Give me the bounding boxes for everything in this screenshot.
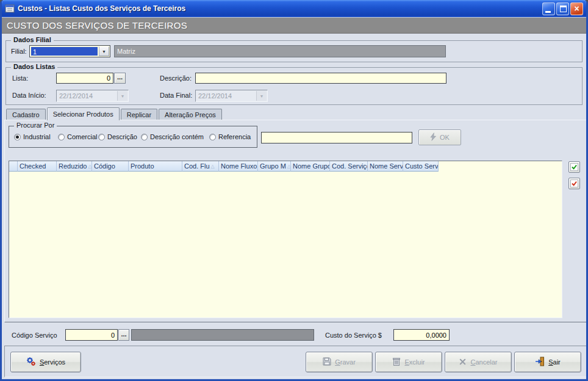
tab-selecionar-produtos[interactable]: Selecionar Produtos xyxy=(47,107,120,120)
servicos-button[interactable]: Serviços xyxy=(10,352,81,372)
column-label: Nome Serviç xyxy=(370,162,403,170)
check-all-button[interactable] xyxy=(568,161,580,173)
column-header-nome-grupo[interactable]: Nome Grupo xyxy=(291,161,330,172)
radio-icon xyxy=(58,134,65,140)
column-header-reduzido[interactable]: Reduzido△ xyxy=(57,161,92,172)
uncheck-all-icon xyxy=(570,180,578,187)
column-header-checked[interactable]: Checked xyxy=(18,161,57,172)
sort-icon: △ xyxy=(211,164,215,169)
column-header-nome-fluxo[interactable]: Nome Fluxo xyxy=(219,161,258,172)
filial-combo-dropdown-button[interactable]: ▼ xyxy=(99,46,109,56)
column-header-cod-fluxo[interactable]: Cod. Flu△ xyxy=(182,161,219,172)
filial-combobox[interactable]: 1 ▼ xyxy=(29,45,110,57)
lista-browse-button[interactable]: ... xyxy=(114,73,126,84)
radio-industrial[interactable]: Industrial xyxy=(14,133,51,140)
maximize-button[interactable] xyxy=(556,2,569,15)
column-label: Produto xyxy=(131,162,154,170)
filial-selected-value: 1 xyxy=(31,47,98,56)
custo-servico-label: Custo do Serviço $ xyxy=(325,332,382,339)
search-input[interactable] xyxy=(261,132,412,143)
tab-label: Alteração Preços xyxy=(165,111,216,118)
lightning-icon xyxy=(430,132,437,142)
radio-label: Descrição xyxy=(107,133,137,140)
column-header-produto[interactable]: Produto xyxy=(129,161,182,172)
uncheck-all-button[interactable] xyxy=(568,178,580,189)
app-window: Custos - Listas Custo dos Serviços de Te… xyxy=(0,0,588,381)
codigo-servico-label: Código Serviço xyxy=(12,332,57,339)
radio-label: Referencia xyxy=(218,133,251,140)
filial-label: Filial: xyxy=(11,48,27,55)
column-label: Cod. Flu xyxy=(184,162,210,170)
grid-body xyxy=(9,172,562,318)
close-icon: × xyxy=(571,3,583,15)
column-header-cod-servico[interactable]: Cod. Serviço xyxy=(330,161,368,172)
data-final-dropdown-button: ▼ xyxy=(256,91,267,101)
grid-corner-cell xyxy=(9,161,18,172)
group-dados-filial-legend: Dados Filial xyxy=(11,36,54,43)
close-button[interactable]: × xyxy=(570,2,583,15)
column-header-nome-servico[interactable]: Nome Serviç xyxy=(368,161,403,172)
chevron-down-icon: ▼ xyxy=(121,94,125,98)
radio-referencia[interactable]: Referencia xyxy=(209,133,251,140)
descricao-label: Descrição: xyxy=(160,74,192,82)
data-inicio-value: 22/12/2014 xyxy=(59,92,93,100)
group-dados-listas: Dados Listas Lista: ... Descrição: Data … xyxy=(5,67,583,105)
column-label: Checked xyxy=(20,162,46,170)
radio-selected-icon xyxy=(14,134,21,140)
cancelar-button: Cancelar xyxy=(445,352,512,372)
services-icon xyxy=(26,357,36,368)
tab-label: Cadastro xyxy=(12,111,40,118)
minimize-button[interactable] xyxy=(542,2,555,15)
filial-name-field: Matriz xyxy=(114,45,446,57)
grid-header-row: Checked Reduzido△ Código Produto Cod. Fl… xyxy=(9,161,562,172)
excluir-button: Excluir xyxy=(375,352,442,372)
data-final-value: 22/12/2014 xyxy=(198,92,232,100)
sort-icon: △ xyxy=(88,164,91,169)
group-procurar-legend: Procurar Por xyxy=(14,122,57,129)
chevron-down-icon: ▼ xyxy=(260,94,264,98)
trash-icon xyxy=(392,357,401,367)
column-header-grupo[interactable]: Grupo M△ xyxy=(258,161,291,172)
sair-button[interactable]: Sair xyxy=(514,352,581,372)
radio-descricao-contem[interactable]: Descrição contém xyxy=(141,133,204,140)
codigo-servico-input[interactable] xyxy=(65,329,118,341)
tab-replicar[interactable]: Replicar xyxy=(121,109,157,120)
tab-strip: Cadastro Selecionar Produtos Replicar Al… xyxy=(4,107,587,120)
cancel-x-icon xyxy=(459,358,467,367)
gravar-button: Gravar xyxy=(306,352,373,372)
sair-button-label: Sair xyxy=(548,358,561,366)
group-procurar-por: Procurar Por Industrial Comercial Descri… xyxy=(9,126,257,148)
column-header-custo-servico[interactable]: Custo Serviç xyxy=(403,161,439,172)
page-header: CUSTO DOS SERVIÇOS DE TERCEIROS xyxy=(2,17,586,34)
data-final-label: Data Final: xyxy=(160,92,192,99)
lista-input[interactable] xyxy=(56,73,113,84)
servicos-button-label: Serviços xyxy=(40,358,65,366)
tab-panel-selecionar-produtos: Procurar Por Industrial Comercial Descri… xyxy=(4,120,587,322)
codigo-servico-browse-button[interactable]: ... xyxy=(118,329,129,341)
radio-descricao[interactable]: Descrição xyxy=(98,133,137,140)
app-icon xyxy=(5,4,15,13)
column-label: Nome Grupo xyxy=(293,162,330,170)
column-label: Grupo M xyxy=(260,162,286,170)
save-icon xyxy=(323,357,331,367)
custo-servico-input[interactable] xyxy=(393,329,450,341)
descricao-input[interactable] xyxy=(195,73,446,84)
ok-button-label: OK xyxy=(440,134,450,141)
radio-label: Descrição contém xyxy=(150,133,204,140)
maximize-icon xyxy=(560,5,567,12)
lista-label: Lista: xyxy=(12,74,28,82)
radio-icon xyxy=(141,134,148,140)
column-header-codigo[interactable]: Código xyxy=(92,161,129,172)
group-dados-filial: Dados Filial Filial: 1 ▼ Matriz xyxy=(5,40,583,62)
radio-comercial[interactable]: Comercial xyxy=(58,133,98,140)
tab-alteracao-precos[interactable]: Alteração Preços xyxy=(159,109,222,120)
radio-label: Comercial xyxy=(67,133,98,140)
radio-icon xyxy=(209,134,216,140)
products-grid: Checked Reduzido△ Código Produto Cod. Fl… xyxy=(9,161,562,318)
tab-cadastro[interactable]: Cadastro xyxy=(6,109,46,120)
excluir-button-label: Excluir xyxy=(404,358,425,366)
ok-button: OK xyxy=(418,129,461,145)
chevron-down-icon: ▼ xyxy=(102,49,106,54)
title-bar: Custos - Listas Custo dos Serviços de Te… xyxy=(2,0,586,17)
data-final-field: 22/12/2014 ▼ xyxy=(195,90,268,102)
